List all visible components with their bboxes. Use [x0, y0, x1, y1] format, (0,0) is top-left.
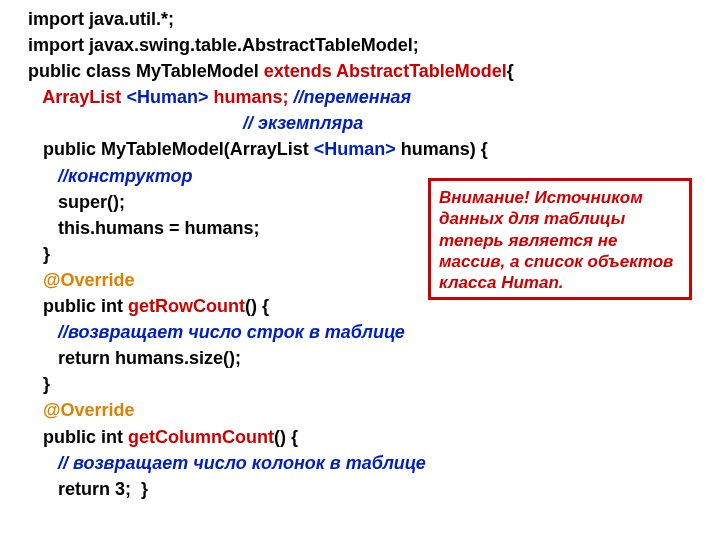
- code-text: public MyTableModel(ArrayList: [28, 139, 314, 159]
- comment: //переменная: [288, 87, 411, 107]
- method-name: getColumnCount: [128, 427, 274, 447]
- code-text: public int: [28, 427, 128, 447]
- warning-callout: Внимание! Источником данных для таблицы …: [428, 178, 692, 300]
- method-name: getRowCount: [128, 296, 245, 316]
- indent: [28, 270, 43, 290]
- indent: [28, 400, 43, 420]
- comment: // возвращает число колонок в таблице: [28, 450, 720, 476]
- code-line: }: [28, 371, 720, 397]
- callout-text: Внимание! Источником данных для таблицы …: [439, 188, 673, 292]
- code-text: public int: [28, 296, 128, 316]
- code-line: ArrayList <Human> humans; //переменная: [28, 84, 720, 110]
- annotation-override: @Override: [43, 400, 135, 420]
- code-text: public class MyTableModel: [28, 61, 264, 81]
- code-line: return humans.size();: [28, 345, 720, 371]
- code-text: humans) {: [396, 139, 488, 159]
- code-text: () {: [274, 427, 298, 447]
- code-line: @Override: [28, 397, 720, 423]
- code-text: {: [507, 61, 514, 81]
- code-line: return 3; }: [28, 476, 720, 502]
- code-line: public int getColumnCount() {: [28, 424, 720, 450]
- keyword-extends: extends: [264, 61, 336, 81]
- type-arraylist: ArrayList: [28, 87, 126, 107]
- annotation-override: @Override: [43, 270, 135, 290]
- code-line: import java.util.*;: [28, 6, 720, 32]
- code-text: () {: [245, 296, 269, 316]
- class-name: AbstractTableModel: [336, 61, 507, 81]
- type-human: <Human>: [126, 87, 208, 107]
- type-human: <Human>: [314, 139, 396, 159]
- field-name: humans;: [208, 87, 288, 107]
- code-line: public MyTableModel(ArrayList <Human> hu…: [28, 136, 720, 162]
- comment: //возвращает число строк в таблице: [28, 319, 720, 345]
- comment: // экземпляра: [28, 110, 720, 136]
- code-line: public class MyTableModel extends Abstra…: [28, 58, 720, 84]
- code-line: import javax.swing.table.AbstractTableMo…: [28, 32, 720, 58]
